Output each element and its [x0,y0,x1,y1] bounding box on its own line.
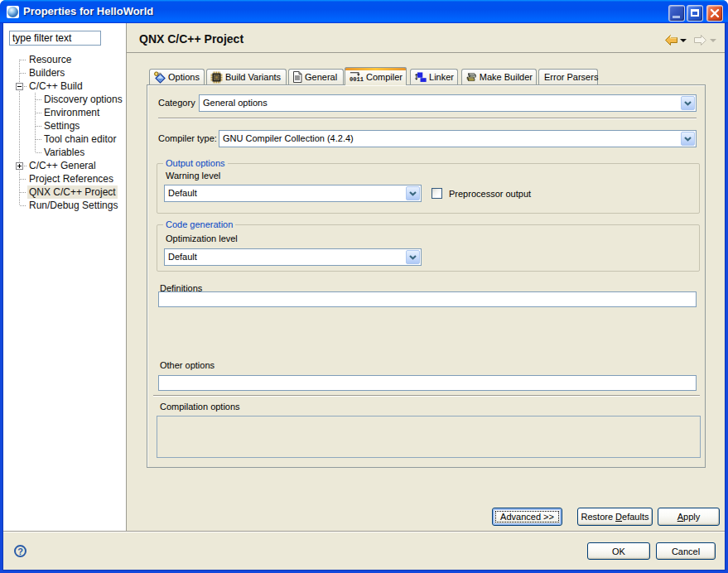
svg-text:0011: 0011 [350,76,364,83]
